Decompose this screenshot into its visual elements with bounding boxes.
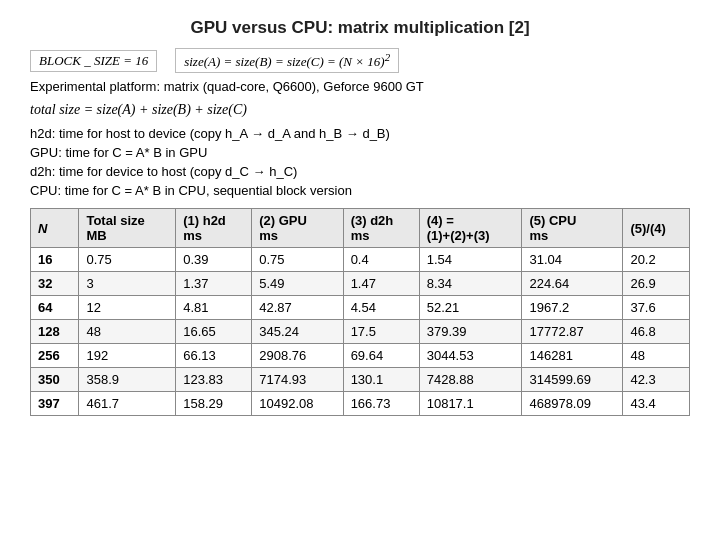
table-cell: 224.64 xyxy=(522,272,623,296)
table-cell: 46.8 xyxy=(623,320,690,344)
desc-gpu: GPU: time for C = A* B in GPU xyxy=(30,145,690,160)
col-n: N xyxy=(31,209,79,248)
results-table: N Total sizeMB (1) h2dms (2) GPUms (3) d… xyxy=(30,208,690,416)
table-cell: 32 xyxy=(31,272,79,296)
table-cell: 128 xyxy=(31,320,79,344)
table-cell: 397 xyxy=(31,392,79,416)
table-row: 397461.7158.2910492.08166.7310817.146897… xyxy=(31,392,690,416)
table-cell: 42.3 xyxy=(623,368,690,392)
table-cell: 48 xyxy=(79,320,176,344)
table-cell: 5.49 xyxy=(252,272,343,296)
table-cell: 31.04 xyxy=(522,248,623,272)
col-ratio: (5)/(4) xyxy=(623,209,690,248)
col-sum: (4) =(1)+(2)+(3) xyxy=(419,209,522,248)
table-cell: 3044.53 xyxy=(419,344,522,368)
table-row: 350358.9123.837174.93130.17428.88314599.… xyxy=(31,368,690,392)
table-cell: 256 xyxy=(31,344,79,368)
table-cell: 7174.93 xyxy=(252,368,343,392)
table-cell: 52.21 xyxy=(419,296,522,320)
table-cell: 2908.76 xyxy=(252,344,343,368)
table-cell: 20.2 xyxy=(623,248,690,272)
table-cell: 26.9 xyxy=(623,272,690,296)
table-header-row: N Total sizeMB (1) h2dms (2) GPUms (3) d… xyxy=(31,209,690,248)
table-cell: 130.1 xyxy=(343,368,419,392)
data-table-container: N Total sizeMB (1) h2dms (2) GPUms (3) d… xyxy=(30,208,690,416)
table-cell: 0.39 xyxy=(176,248,252,272)
table-cell: 42.87 xyxy=(252,296,343,320)
table-cell: 1967.2 xyxy=(522,296,623,320)
size-formula: size(A) = size(B) = size(C) = (N × 16)2 xyxy=(175,48,399,73)
table-row: 64124.8142.874.5452.211967.237.6 xyxy=(31,296,690,320)
table-cell: 16.65 xyxy=(176,320,252,344)
platform-text: Experimental platform: matrix (quad-core… xyxy=(30,79,690,94)
table-cell: 358.9 xyxy=(79,368,176,392)
table-cell: 379.39 xyxy=(419,320,522,344)
table-cell: 146281 xyxy=(522,344,623,368)
table-cell: 158.29 xyxy=(176,392,252,416)
total-size-formula: total size = size(A) + size(B) + size(C) xyxy=(30,102,690,118)
block-size-row: BLOCK _ SIZE = 16 size(A) = size(B) = si… xyxy=(30,48,690,73)
table-cell: 123.83 xyxy=(176,368,252,392)
table-cell: 7428.88 xyxy=(419,368,522,392)
block-size-formula: BLOCK _ SIZE = 16 xyxy=(30,50,157,72)
table-cell: 461.7 xyxy=(79,392,176,416)
table-cell: 0.4 xyxy=(343,248,419,272)
table-cell: 10492.08 xyxy=(252,392,343,416)
table-cell: 69.64 xyxy=(343,344,419,368)
col-total-size: Total sizeMB xyxy=(79,209,176,248)
table-row: 160.750.390.750.41.5431.0420.2 xyxy=(31,248,690,272)
table-row: 25619266.132908.7669.643044.5314628148 xyxy=(31,344,690,368)
table-cell: 8.34 xyxy=(419,272,522,296)
col-gpu: (2) GPUms xyxy=(252,209,343,248)
page-title: GPU versus CPU: matrix multiplication [2… xyxy=(30,18,690,38)
table-cell: 4.81 xyxy=(176,296,252,320)
table-cell: 468978.09 xyxy=(522,392,623,416)
table-cell: 12 xyxy=(79,296,176,320)
table-cell: 314599.69 xyxy=(522,368,623,392)
table-cell: 17772.87 xyxy=(522,320,623,344)
col-h2d: (1) h2dms xyxy=(176,209,252,248)
table-cell: 48 xyxy=(623,344,690,368)
table-cell: 3 xyxy=(79,272,176,296)
table-cell: 43.4 xyxy=(623,392,690,416)
table-cell: 10817.1 xyxy=(419,392,522,416)
table-cell: 1.54 xyxy=(419,248,522,272)
table-cell: 0.75 xyxy=(79,248,176,272)
table-cell: 66.13 xyxy=(176,344,252,368)
table-cell: 64 xyxy=(31,296,79,320)
table-row: 3231.375.491.478.34224.6426.9 xyxy=(31,272,690,296)
table-cell: 17.5 xyxy=(343,320,419,344)
table-cell: 1.47 xyxy=(343,272,419,296)
table-cell: 16 xyxy=(31,248,79,272)
desc-cpu: CPU: time for C = A* B in CPU, sequentia… xyxy=(30,183,690,198)
table-row: 1284816.65345.2417.5379.3917772.8746.8 xyxy=(31,320,690,344)
col-d2h: (3) d2hms xyxy=(343,209,419,248)
col-cpu: (5) CPUms xyxy=(522,209,623,248)
table-cell: 192 xyxy=(79,344,176,368)
table-cell: 1.37 xyxy=(176,272,252,296)
table-cell: 166.73 xyxy=(343,392,419,416)
desc-d2h: d2h: time for device to host (copy d_C →… xyxy=(30,164,690,179)
table-cell: 37.6 xyxy=(623,296,690,320)
table-cell: 350 xyxy=(31,368,79,392)
table-cell: 345.24 xyxy=(252,320,343,344)
table-cell: 0.75 xyxy=(252,248,343,272)
desc-h2d: h2d: time for host to device (copy h_A →… xyxy=(30,126,690,141)
table-cell: 4.54 xyxy=(343,296,419,320)
